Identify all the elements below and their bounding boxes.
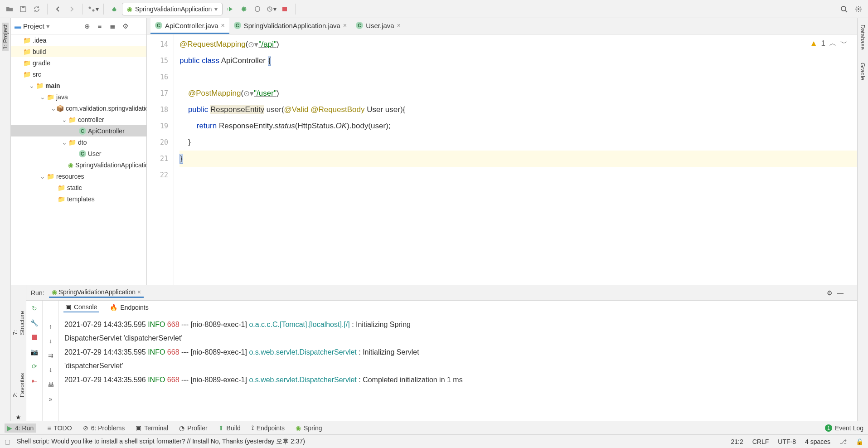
spring-icon: ◉ (52, 288, 57, 296)
soft-wrap-icon[interactable]: ⇉ (46, 351, 56, 360)
stop-icon[interactable] (279, 3, 291, 15)
tree-node-main[interactable]: ⌄📁main (11, 80, 146, 91)
expand-all-icon[interactable]: ≡ (95, 21, 105, 31)
back-icon[interactable] (52, 3, 64, 15)
tab-apicontroller[interactable]: CApiController.java× (150, 18, 229, 34)
tree-node-static[interactable]: 📁static (11, 182, 146, 193)
tree-node-apicontroller[interactable]: C ApiController (11, 125, 146, 136)
favorites-tool-button[interactable]: 2: Favorites (12, 365, 25, 399)
tab-springapp[interactable]: CSpringValidationApplication.java× (229, 18, 351, 34)
tree-node-resources[interactable]: ⌄📁resources (11, 170, 146, 182)
up-icon[interactable]: ↑ (46, 321, 56, 331)
right-tool-strip: Database Gradle (857, 18, 868, 421)
todo-tool-button[interactable]: ≡TODO (47, 424, 72, 432)
file-encoding[interactable]: UTF-8 (778, 438, 796, 445)
vcs-icon[interactable]: ▾ (87, 3, 99, 15)
structure-tool-button[interactable]: 7: Structure (12, 303, 25, 337)
scroll-end-icon[interactable]: ⤓ (46, 365, 56, 375)
run-sub-tabs: ▣Console 🔥Endpoints (59, 301, 857, 314)
tree-node-java[interactable]: ⌄📁java (11, 91, 146, 102)
close-icon[interactable]: × (137, 288, 141, 296)
collapse-all-icon[interactable]: ≣ (107, 21, 117, 31)
console-tab[interactable]: ▣Console (63, 302, 99, 312)
restart-icon[interactable]: ⟳ (29, 361, 39, 371)
run-tool-button[interactable]: ▶4: Run (5, 424, 36, 433)
gear-icon[interactable]: ⚙ (120, 21, 130, 31)
tree-node-src[interactable]: 📁src (11, 68, 146, 80)
hide-icon[interactable]: — (837, 289, 844, 297)
gradle-tool-button[interactable]: Gradle (859, 61, 866, 82)
lock-icon[interactable]: 🔒 (856, 438, 863, 445)
open-icon[interactable] (4, 3, 15, 15)
project-tool-button[interactable]: 1: Project (2, 23, 9, 51)
run-tab[interactable]: ◉ SpringValidationApplication × (49, 287, 144, 298)
tree-node-gradle[interactable]: 📁gradle (11, 57, 146, 68)
endpoints-tab[interactable]: 🔥Endpoints (108, 303, 150, 312)
close-icon[interactable]: × (221, 22, 225, 29)
gear-icon[interactable]: ⚙ (827, 289, 833, 297)
locate-icon[interactable]: ⊕ (82, 21, 92, 31)
project-view-label[interactable]: Project (23, 22, 44, 30)
left-tool-strip: 1: Project (0, 18, 11, 421)
hide-icon[interactable]: — (133, 21, 143, 31)
chevron-down-icon[interactable]: ▾ (46, 22, 50, 30)
svg-point-6 (841, 6, 846, 11)
close-icon[interactable]: × (397, 22, 401, 29)
line-number: 16 (147, 69, 174, 85)
wrench-icon[interactable]: 🔧 (29, 318, 39, 328)
chevron-down-icon[interactable]: ﹀ (840, 38, 848, 49)
down-icon[interactable]: ↓ (46, 336, 56, 346)
profiler-icon[interactable]: ▾ (265, 3, 277, 15)
rerun-icon[interactable]: ↻ (29, 303, 39, 313)
tree-node-user[interactable]: C User (11, 148, 146, 159)
inspection-badge[interactable]: ▲1 ︿ ﹀ (810, 38, 848, 49)
endpoints-tool-button[interactable]: ⟟Endpoints (252, 424, 285, 432)
run-config-selector[interactable]: ◉ SpringValidationApplication ▾ (122, 3, 223, 15)
tab-user[interactable]: CUser.java× (351, 18, 405, 34)
separator (295, 4, 296, 15)
class-icon: C (356, 22, 363, 29)
build-icon[interactable] (108, 3, 120, 15)
tree-node-dto[interactable]: ⌄📁dto (11, 136, 146, 148)
camera-icon[interactable]: 📷 (29, 347, 39, 357)
editor-body[interactable]: 14 15 16 17 18 19 20 21 22 ▲1 ︿ (147, 34, 857, 285)
print-icon[interactable]: 🖶 (46, 380, 56, 390)
more-icon[interactable]: » (46, 394, 56, 404)
tree-node-package[interactable]: ⌄📦com.validation.springvalidation (11, 102, 146, 114)
status-message[interactable]: Shell script: Would you like to install … (17, 438, 305, 446)
search-icon[interactable] (838, 3, 850, 15)
tree-node-app-class[interactable]: ◉ SpringValidationApplication (11, 159, 146, 170)
database-tool-button[interactable]: Database (859, 23, 866, 52)
line-separator[interactable]: CRLF (752, 438, 769, 445)
forward-icon[interactable] (66, 3, 78, 15)
event-log-button[interactable]: 1Event Log (825, 424, 863, 432)
save-icon[interactable] (17, 3, 29, 15)
code-content[interactable]: ▲1 ︿ ﹀ @RequestMapping(⊙▾"/api") public … (174, 34, 857, 285)
svg-rect-5 (282, 7, 287, 11)
problems-tool-button[interactable]: ⊘6: Problems (83, 424, 125, 432)
branch-icon[interactable]: ⎇ (839, 438, 847, 445)
chevron-up-icon[interactable]: ︿ (829, 38, 837, 49)
indent-label[interactable]: 4 spaces (805, 438, 830, 445)
debug-icon[interactable] (238, 3, 250, 15)
exit-icon[interactable]: ⇤ (29, 376, 39, 386)
profiler-tool-button[interactable]: ◔Profiler (179, 424, 207, 432)
sync-icon[interactable] (31, 3, 43, 15)
close-icon[interactable]: × (343, 22, 347, 29)
chevron-down-icon: ▾ (214, 5, 218, 13)
terminal-tool-button[interactable]: ▣Terminal (136, 424, 168, 432)
toolwindow-icon[interactable]: ▢ (5, 438, 10, 445)
stop-icon[interactable] (29, 332, 39, 342)
tree-node-controller[interactable]: ⌄📁controller (11, 114, 146, 125)
coverage-icon[interactable] (252, 3, 263, 15)
build-tool-button[interactable]: ⬆Build (218, 424, 241, 432)
tree-node-idea[interactable]: 📁.idea (11, 34, 146, 46)
settings-icon[interactable] (853, 3, 864, 15)
tree-node-templates[interactable]: 📁templates (11, 193, 146, 205)
tree-node-build[interactable]: 📁build (11, 46, 146, 57)
caret-position[interactable]: 21:2 (731, 438, 743, 445)
run-rerun-icon[interactable] (224, 3, 236, 15)
spring-tool-button[interactable]: ◉Spring (296, 424, 322, 432)
console-output[interactable]: 2021-07-29 14:43:35.595 INFO 668 --- [ni… (59, 314, 857, 421)
project-tree[interactable]: 📁.idea 📁build 📁gradle 📁src ⌄📁main ⌄📁java… (11, 34, 146, 285)
